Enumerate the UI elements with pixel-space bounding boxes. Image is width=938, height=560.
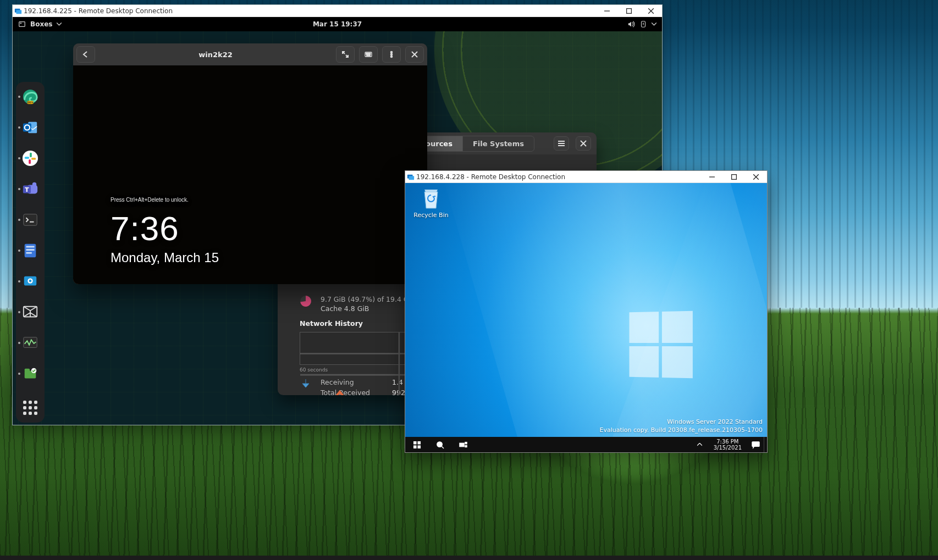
- windows-logo: [629, 311, 692, 379]
- task-view-button[interactable]: [451, 437, 474, 452]
- boxes-window[interactable]: win2k22 Press Ctrl+Alt+Delete to unlock.…: [73, 43, 427, 284]
- dock-slack[interactable]: [21, 149, 40, 168]
- host-taskbar[interactable]: [0, 556, 938, 560]
- gnome-status-area[interactable]: [622, 17, 662, 31]
- close-button[interactable]: [640, 5, 662, 16]
- svg-rect-52: [369, 53, 371, 54]
- kebab-menu-button[interactable]: [382, 46, 401, 63]
- search-button[interactable]: [428, 437, 451, 452]
- svg-rect-36: [25, 369, 30, 372]
- show-desktop-button[interactable]: [764, 437, 767, 452]
- dock-system-monitor[interactable]: [21, 334, 40, 352]
- memory-pie-icon: [300, 295, 312, 307]
- svg-rect-27: [26, 246, 35, 248]
- start-button[interactable]: [405, 437, 428, 452]
- svg-rect-73: [465, 442, 466, 443]
- minimize-button[interactable]: [596, 5, 618, 16]
- svg-rect-53: [367, 55, 370, 56]
- dock-todo[interactable]: [21, 241, 40, 260]
- power-icon: [639, 20, 647, 28]
- svg-rect-6: [19, 22, 25, 27]
- vm-display[interactable]: Press Ctrl+Alt+Delete to unlock. 7:36 Mo…: [73, 65, 427, 284]
- close-button[interactable]: [576, 136, 591, 151]
- maximize-button[interactable]: [723, 171, 745, 182]
- svg-rect-7: [20, 23, 22, 24]
- rdp-icon: [13, 7, 24, 15]
- gnome-top-bar[interactable]: Boxes Mar 15 19:37: [13, 17, 662, 31]
- svg-rect-67: [417, 441, 421, 444]
- dock-terminal[interactable]: [21, 210, 40, 229]
- gnome-clock[interactable]: Mar 15 19:37: [307, 17, 367, 31]
- dock-screenshot[interactable]: [21, 272, 40, 291]
- rdp-inner-window[interactable]: 192.168.4.228 - Remote Desktop Connectio…: [405, 170, 768, 453]
- svg-rect-50: [366, 53, 367, 54]
- lockscreen-hint: Press Ctrl+Alt+Delete to unlock.: [111, 197, 219, 203]
- recycle-bin-label: Recycle Bin: [412, 212, 450, 219]
- back-button[interactable]: [76, 46, 95, 63]
- tab-file-systems[interactable]: File Systems: [463, 136, 534, 151]
- close-button[interactable]: [405, 46, 424, 63]
- svg-point-54: [391, 52, 393, 53]
- watermark: Windows Server 2022 Standard Evaluation …: [599, 418, 763, 435]
- rdp-inner-titlebar[interactable]: 192.168.4.228 - Remote Desktop Connectio…: [405, 171, 767, 183]
- volume-icon: [627, 20, 635, 28]
- svg-rect-17: [30, 153, 32, 157]
- tray-chevron-up-icon[interactable]: [692, 437, 708, 452]
- gnome-app-menu-label: Boxes: [30, 20, 52, 28]
- svg-rect-1: [16, 10, 22, 14]
- svg-rect-28: [26, 249, 35, 251]
- svg-rect-63: [732, 174, 737, 179]
- taskbar-clock[interactable]: 7:36 PM 3/15/2021: [708, 439, 747, 451]
- gnome-dock[interactable]: DEV T: [16, 82, 45, 423]
- rdp-inner-title: 192.168.4.228 - Remote Desktop Connectio…: [416, 173, 570, 181]
- svg-rect-72: [459, 443, 464, 447]
- windows-server-desktop[interactable]: Recycle Bin Windows Server 2022 Standard…: [405, 183, 767, 452]
- rdp-outer-titlebar[interactable]: 192.168.4.225 - Remote Desktop Connectio…: [13, 5, 662, 17]
- memory-cache-text: Cache 4.8 GiB: [321, 304, 416, 314]
- svg-rect-19: [29, 159, 31, 164]
- svg-rect-29: [26, 252, 32, 254]
- gnome-app-menu[interactable]: Boxes: [13, 17, 67, 31]
- dock-edge-dev[interactable]: DEV: [21, 87, 40, 106]
- chevron-down-icon: [652, 23, 656, 26]
- svg-rect-61: [409, 176, 415, 180]
- svg-rect-25: [24, 214, 37, 226]
- svg-rect-74: [465, 445, 466, 447]
- svg-text:DEV: DEV: [27, 101, 34, 104]
- memory-usage-text: 9.7 GiB (49.7%) of 19.4 GiB: [321, 295, 416, 304]
- dock-teams[interactable]: T: [21, 180, 40, 198]
- maximize-button[interactable]: [618, 5, 640, 16]
- svg-point-70: [437, 441, 442, 446]
- recycle-bin-icon[interactable]: Recycle Bin: [412, 187, 450, 219]
- svg-text:T: T: [25, 186, 29, 193]
- svg-point-56: [391, 56, 393, 58]
- svg-rect-66: [413, 441, 416, 444]
- lockscreen-date: Monday, March 15: [111, 250, 219, 265]
- boxes-title: win2k22: [97, 51, 334, 59]
- rdp-outer-title: 192.168.4.225 - Remote Desktop Connectio…: [24, 7, 177, 15]
- svg-rect-75: [752, 441, 759, 446]
- boxes-header[interactable]: win2k22: [73, 43, 427, 65]
- svg-rect-68: [413, 445, 416, 448]
- svg-rect-69: [417, 445, 421, 448]
- windows-taskbar[interactable]: 7:36 PM 3/15/2021: [405, 437, 767, 452]
- svg-rect-3: [627, 8, 632, 13]
- svg-point-55: [391, 54, 393, 56]
- svg-rect-18: [31, 158, 36, 160]
- close-button[interactable]: [745, 171, 767, 182]
- svg-rect-20: [25, 157, 29, 159]
- dock-show-apps[interactable]: [21, 398, 40, 417]
- hamburger-menu-button[interactable]: [554, 136, 569, 151]
- dock-files[interactable]: [21, 364, 40, 383]
- dock-boxes[interactable]: [21, 303, 40, 321]
- svg-rect-51: [368, 53, 369, 54]
- fullscreen-button[interactable]: [336, 46, 355, 63]
- action-center-button[interactable]: [747, 437, 764, 452]
- send-keys-button[interactable]: [359, 46, 378, 63]
- lockscreen-time: 7:36: [111, 212, 219, 246]
- dock-outlook[interactable]: [21, 118, 40, 137]
- svg-line-71: [442, 446, 444, 448]
- minimize-button[interactable]: [701, 171, 723, 182]
- svg-point-22: [32, 182, 37, 187]
- svg-point-32: [29, 280, 32, 282]
